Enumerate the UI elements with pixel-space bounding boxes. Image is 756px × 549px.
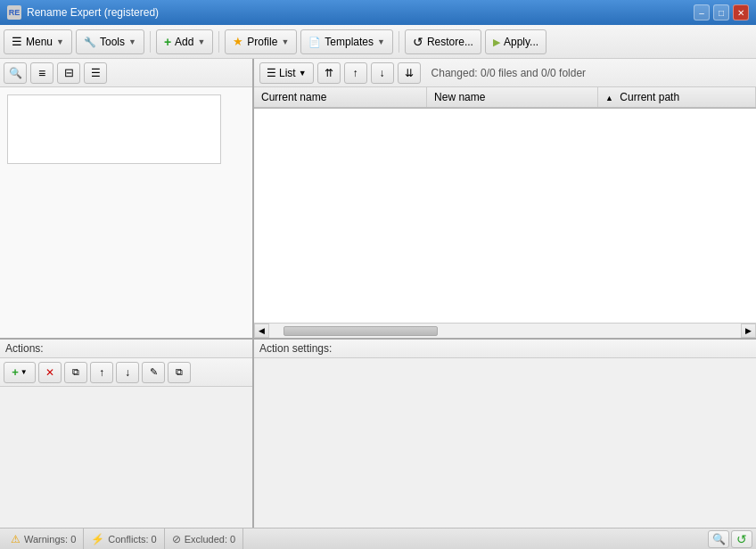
action-add-button[interactable]: + ▼: [4, 362, 36, 383]
toolbar-sep-2: [218, 31, 219, 53]
actions-toolbar: + ▼ ✕ ⧉ ↑ ↓ ✎ ⧉: [0, 358, 252, 387]
action-duplicate-icon: ⧉: [176, 366, 183, 378]
templates-label: Templates: [325, 36, 374, 48]
add-plus-icon: +: [164, 35, 171, 49]
main-toolbar: Menu ▼ Tools ▼ + Add ▼ Profile ▼ Templat…: [0, 25, 756, 59]
filter-button[interactable]: ⊟: [57, 62, 80, 84]
excluded-status: ⊘ Excluded: 0: [165, 529, 243, 549]
add-arrow-icon: ▼: [197, 37, 205, 46]
menu-icon: [12, 35, 22, 48]
action-edit-button[interactable]: ✎: [142, 362, 165, 383]
close-button[interactable]: ✕: [733, 4, 749, 20]
profile-button[interactable]: Profile ▼: [225, 29, 297, 54]
warnings-text: Warnings: 0: [24, 534, 76, 545]
status-search-icon: 🔍: [712, 533, 726, 545]
status-bar: ⚠ Warnings: 0 ⚡ Conflicts: 0 ⊘ Excluded:…: [0, 528, 756, 549]
warnings-status: ⚠ Warnings: 0: [4, 529, 84, 549]
scroll-thumb[interactable]: [284, 326, 438, 336]
file-list-container[interactable]: Current name New name ▲ Current path: [254, 87, 756, 323]
settings-panel: Action settings:: [254, 340, 756, 528]
lines-button[interactable]: ☰: [84, 62, 107, 84]
action-add-arrow-icon: ▼: [21, 368, 28, 376]
restore-label: Restore...: [427, 36, 473, 48]
list-icon: ☰: [267, 67, 276, 79]
file-table: Current name New name ▲ Current path: [254, 87, 756, 109]
nav-down-icon: ↓: [380, 67, 385, 79]
app-icon: RE: [7, 5, 21, 20]
action-remove-button[interactable]: ✕: [38, 362, 62, 383]
excluded-text: Excluded: 0: [185, 534, 235, 545]
conflict-icon: ⚡: [91, 533, 104, 545]
templates-button[interactable]: Templates ▼: [300, 29, 393, 54]
list-view-button[interactable]: ≡: [30, 62, 53, 84]
menu-button[interactable]: Menu ▼: [4, 29, 72, 54]
toolbar-sep-3: [399, 31, 399, 53]
horizontal-scrollbar[interactable]: ◀ ▶: [254, 323, 756, 338]
action-copy-button[interactable]: ⧉: [64, 362, 87, 383]
nav-top-button[interactable]: ⇈: [317, 62, 341, 84]
action-move-up-button[interactable]: ↑: [90, 362, 113, 383]
nav-up-icon: ↑: [353, 67, 358, 79]
settings-label: Action settings:: [254, 340, 756, 358]
tools-button[interactable]: Tools ▼: [76, 29, 144, 54]
filter-icon: ⊟: [64, 66, 74, 79]
minimize-button[interactable]: –: [694, 4, 710, 20]
actions-panel: Actions: + ▼ ✕ ⧉ ↑ ↓: [0, 340, 254, 528]
maximize-button[interactable]: □: [713, 4, 729, 20]
apply-button[interactable]: Apply...: [485, 29, 546, 54]
action-add-icon: +: [12, 365, 19, 379]
status-search-buttons: 🔍 ↺: [708, 530, 752, 548]
settings-content: [254, 358, 756, 528]
nav-bottom-icon: ⇊: [405, 67, 414, 79]
left-content: [0, 87, 252, 338]
upper-section: 🔍 ≡ ⊟ ☰ ☰ List: [0, 59, 756, 340]
nav-top-icon: ⇈: [325, 67, 333, 79]
scroll-left-button[interactable]: ◀: [254, 324, 269, 338]
search-icon: 🔍: [9, 67, 22, 79]
nav-down-button[interactable]: ↓: [371, 62, 394, 84]
col-current-path[interactable]: ▲ Current path: [598, 87, 756, 108]
warning-icon: ⚠: [11, 533, 21, 545]
list-arrow-icon: ▼: [299, 69, 307, 78]
left-toolbar: 🔍 ≡ ⊟ ☰: [0, 59, 252, 87]
action-edit-icon: ✎: [150, 366, 158, 378]
action-move-down-icon: ↓: [125, 366, 130, 379]
menu-arrow-icon: ▼: [56, 37, 64, 46]
list-view-dropdown[interactable]: ☰ List ▼: [259, 62, 314, 84]
window-title: Rename Expert (registered): [27, 6, 159, 19]
template-icon: [308, 35, 321, 48]
profile-star-icon: [233, 35, 243, 48]
search-button[interactable]: 🔍: [4, 62, 27, 84]
add-label: Add: [175, 36, 193, 48]
nav-bottom-button[interactable]: ⇊: [398, 62, 421, 84]
preview-box: [7, 94, 221, 164]
status-search-button[interactable]: 🔍: [708, 530, 729, 548]
col-current-name[interactable]: Current name: [254, 87, 427, 108]
actions-content: [0, 387, 252, 528]
action-duplicate-button[interactable]: ⧉: [168, 362, 191, 383]
add-button[interactable]: + Add ▼: [156, 29, 213, 54]
restore-button[interactable]: Restore...: [405, 29, 481, 54]
profile-arrow-icon: ▼: [281, 37, 289, 46]
status-refresh-icon: ↺: [736, 532, 747, 546]
action-copy-icon: ⧉: [72, 366, 79, 378]
list-view-label: List: [279, 67, 296, 79]
profile-label: Profile: [247, 36, 277, 48]
lower-section: Actions: + ▼ ✕ ⧉ ↑ ↓: [0, 340, 756, 528]
actions-label: Actions:: [0, 340, 252, 358]
col-new-name[interactable]: New name: [427, 87, 598, 108]
scroll-right-button[interactable]: ▶: [741, 324, 756, 338]
action-remove-icon: ✕: [45, 366, 54, 379]
templates-arrow-icon: ▼: [377, 37, 385, 46]
title-bar: RE Rename Expert (registered) – □ ✕: [0, 0, 756, 25]
action-move-down-button[interactable]: ↓: [116, 362, 139, 383]
right-panel: ☰ List ▼ ⇈ ↑ ↓ ⇊ Changed: 0/0 files and …: [254, 59, 756, 338]
scroll-track[interactable]: [269, 324, 741, 338]
restore-icon: [413, 35, 423, 49]
status-refresh-button[interactable]: ↺: [731, 530, 752, 548]
list-toolbar: ☰ List ▼ ⇈ ↑ ↓ ⇊ Changed: 0/0 files and …: [254, 59, 756, 87]
sort-arrow-icon: ▲: [605, 94, 613, 102]
toolbar-sep-1: [150, 31, 151, 53]
tools-arrow-icon: ▼: [128, 37, 136, 46]
nav-up-button[interactable]: ↑: [344, 62, 367, 84]
